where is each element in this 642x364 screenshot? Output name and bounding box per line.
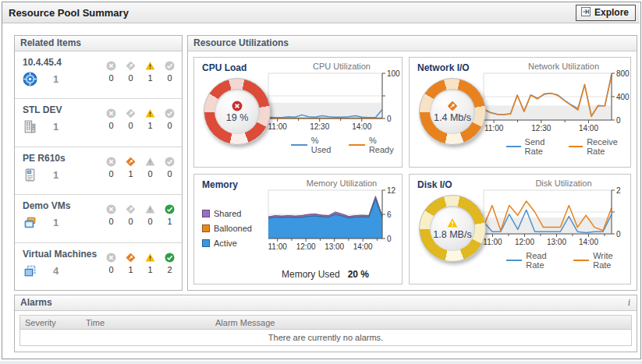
explore-button[interactable]: Explore <box>576 5 636 21</box>
svg-text:14:00: 14:00 <box>578 124 598 133</box>
normal-status-icon[interactable]: 2 <box>162 253 177 290</box>
related-item-row-cluster[interactable]: PE R610s 1 0 1 0 0 <box>15 147 182 194</box>
warning-status-icon[interactable]: 1 <box>143 108 158 146</box>
related-item-name: Demo VMs <box>23 200 101 211</box>
disk-io-value: 1.8 MB/s <box>433 229 471 240</box>
normal-status-icon[interactable]: 0 <box>162 61 177 98</box>
warning-status-icon <box>447 217 458 228</box>
cluster-icon <box>23 168 37 182</box>
alarms-header: Alarms i <box>15 295 637 311</box>
normal-status-icon[interactable]: 0 <box>162 157 177 194</box>
cpu-quadrant: CPU Load 19 % CPU Utilization 0100%11:00… <box>193 57 403 168</box>
svg-text:0: 0 <box>387 115 392 123</box>
related-item-row-resource-pool[interactable]: Demo VMs 1 0 0 0 1 <box>15 194 182 242</box>
disk-io-gauge[interactable]: 1.8 MB/s <box>419 195 486 262</box>
fatal-status-icon[interactable]: 0 <box>104 108 119 146</box>
alarm-message-column-header[interactable]: Alarm Message <box>211 318 631 327</box>
related-items-header: Related Items <box>15 36 182 51</box>
fatal-status-icon[interactable]: 0 <box>104 204 119 242</box>
resource-utilizations-panel: Resource Utilizations CPU Load 19 % CPU … <box>187 35 637 291</box>
warning-status-icon[interactable]: 0 <box>143 157 158 194</box>
time-column-header[interactable]: Time <box>81 318 211 327</box>
normal-status-icon[interactable]: 1 <box>162 204 177 242</box>
esx-host-icon <box>23 72 37 87</box>
no-alarms-message: There are currently no alarms. <box>20 330 631 345</box>
svg-text:13:00: 13:00 <box>546 238 566 246</box>
receive-legend-swatch <box>569 146 583 147</box>
critical-status-icon[interactable]: 1 <box>123 157 138 194</box>
related-item-name: PE R610s <box>23 153 101 164</box>
related-item-name: STL DEV <box>23 104 101 115</box>
memory-chart-title: Memory Utilization <box>307 178 377 188</box>
cpu-utilization-chart[interactable]: 0100%11:0012:3014:00 <box>268 73 403 135</box>
explore-icon <box>581 7 591 19</box>
network-quadrant: Network I/O 1.4 Mb/s Network Utilization… <box>409 57 631 168</box>
svg-text:11:00: 11:00 <box>483 238 502 246</box>
resource-pool-icon <box>23 215 37 230</box>
svg-text:12: 12 <box>387 186 396 195</box>
info-icon[interactable]: i <box>628 295 630 310</box>
svg-text:2: 2 <box>616 186 621 195</box>
svg-text:14:00: 14:00 <box>352 122 371 131</box>
related-items-panel: Related Items 10.4.45.4 1 0 0 1 0 <box>14 35 183 291</box>
svg-text:100: 100 <box>387 69 400 78</box>
warning-status-icon[interactable]: 1 <box>143 61 158 98</box>
footer-strip <box>0 361 642 364</box>
network-chart-title: Network Utilization <box>528 62 599 71</box>
svg-text:14:00: 14:00 <box>353 242 373 251</box>
fatal-status-icon[interactable]: 0 <box>104 61 119 98</box>
critical-status-icon <box>447 101 458 111</box>
resource-utilizations-header: Resource Utilizations <box>188 36 637 51</box>
related-item-name: Virtual Machines <box>23 249 101 260</box>
critical-status-icon[interactable]: 1 <box>123 253 138 290</box>
memory-utilization-chart[interactable]: 0612GB11:0012:0013:0014:00 <box>268 190 403 255</box>
ready-legend-swatch <box>349 144 365 146</box>
shared-legend-swatch <box>202 210 210 217</box>
related-items-list: 10.4.45.4 1 0 0 1 0 STL DEV <box>15 51 182 290</box>
severity-column-header[interactable]: Severity <box>20 318 81 327</box>
critical-status-icon[interactable]: 0 <box>123 61 138 98</box>
resource-pool-summary-page: Resource Pool Summary Explore Related It… <box>0 0 642 364</box>
network-utilization-chart[interactable]: 0400800Kb/s11:0012:3014:00 <box>484 73 632 136</box>
related-item-row-virtual-machines[interactable]: Virtual Machines 4 0 1 1 2 <box>15 242 182 290</box>
alarms-panel: Alarms i Severity Time Alarm Message The… <box>14 295 637 352</box>
related-item-count: 1 <box>53 73 59 85</box>
critical-status-icon[interactable]: 0 <box>123 204 138 242</box>
active-legend-swatch <box>202 239 210 247</box>
memory-used-value: 20 % <box>348 269 369 280</box>
svg-text:400: 400 <box>616 93 630 101</box>
related-item-count: 1 <box>53 169 59 181</box>
fatal-status-icon[interactable]: 0 <box>104 253 119 290</box>
svg-text:13:00: 13:00 <box>325 242 344 251</box>
svg-text:11:00: 11:00 <box>484 124 503 133</box>
related-item-count: 1 <box>53 121 59 133</box>
warning-status-icon[interactable]: 0 <box>143 204 158 242</box>
related-item-row-datacenter[interactable]: STL DEV 1 0 0 1 0 <box>15 98 182 146</box>
cpu-load-gauge[interactable]: 19 % <box>204 78 271 145</box>
warning-status-icon[interactable]: 1 <box>143 253 158 290</box>
memory-used-readout: Memory Used20 % <box>194 269 402 280</box>
svg-text:12:30: 12:30 <box>310 122 329 131</box>
disk-io-title: Disk I/O <box>417 179 497 190</box>
read-legend-swatch <box>506 260 522 261</box>
critical-status-icon[interactable]: 0 <box>123 108 138 146</box>
network-io-title: Network I/O <box>417 62 497 73</box>
svg-text:14:00: 14:00 <box>578 238 598 246</box>
svg-text:11:00: 11:00 <box>268 122 288 131</box>
related-item-count: 1 <box>53 217 59 228</box>
used-legend-swatch <box>291 144 307 146</box>
svg-text:0: 0 <box>616 230 621 239</box>
network-io-gauge[interactable]: 1.4 Mb/s <box>419 78 486 145</box>
fatal-status-icon <box>232 101 243 111</box>
disk-chart-title: Disk Utilization <box>535 178 591 188</box>
related-item-row-host[interactable]: 10.4.45.4 1 0 0 1 0 <box>15 51 182 98</box>
title-bar: Resource Pool Summary Explore <box>2 2 640 23</box>
svg-text:12:30: 12:30 <box>531 124 551 133</box>
normal-status-icon[interactable]: 0 <box>162 108 177 146</box>
fatal-status-icon[interactable]: 0 <box>104 157 119 194</box>
svg-text:6: 6 <box>387 210 392 219</box>
svg-text:0: 0 <box>387 235 392 243</box>
disk-utilization-chart[interactable]: 02MB/s11:0012:0013:0014:00 <box>484 190 632 250</box>
svg-text:12:00: 12:00 <box>514 238 534 246</box>
page-title: Resource Pool Summary <box>2 7 129 19</box>
